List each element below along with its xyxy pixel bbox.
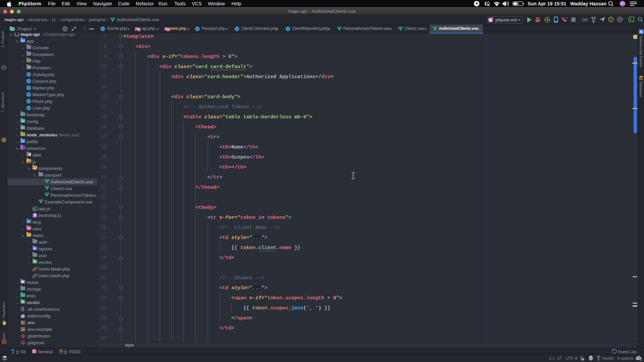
svg-text:js: js (33, 207, 36, 210)
svg-text:?: ? (638, 357, 640, 360)
